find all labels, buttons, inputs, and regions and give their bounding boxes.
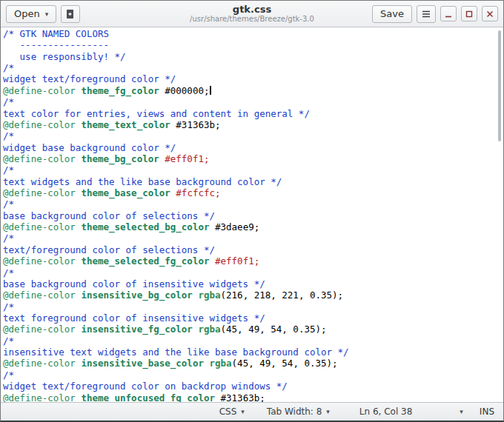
code-token: #fcfcfc; [176,187,220,198]
minimize-button[interactable] [440,6,457,21]
code-token: @define-color [3,85,76,96]
code-line: widget base background color */ [3,142,493,153]
code-token: /* GTK NAMED COLORS [3,28,109,39]
maximize-button[interactable] [461,6,477,21]
code-line: @define-color theme_bg_color #eff0f1; [3,153,493,164]
code-token: /* [3,130,14,141]
headerbar: Open ▾ gtk.css /usr/share/themes/Breeze/… [1,1,503,27]
cursor-position-button[interactable]: Ln 6, Col 38 ▾ [355,405,468,418]
code-token: theme_selected_bg_color [81,221,209,232]
code-line: /* [3,267,493,278]
chevron-down-icon: ▾ [460,408,463,415]
code-token: base background color of selections */ [3,210,215,221]
code-line: use responsibly! */ [3,51,493,62]
minimize-icon [443,9,454,19]
code-line: /* [3,335,493,346]
code-token: base background color of insensitive wid… [3,278,265,289]
code-line: insensitive text widgets and the like ba… [3,346,493,358]
maximize-icon [464,9,474,19]
language-selector[interactable]: CSS ▾ [215,405,249,418]
code-token: @define-color [3,221,76,232]
code-line: text foreground color of insensitive wid… [3,312,493,324]
code-token: text widgets and the like base backgroun… [3,176,282,187]
code-line: @define-color theme_text_color #31363b; [3,119,493,130]
code-line: @define-color theme_selected_bg_color #3… [3,221,493,232]
code-token: /* [3,369,14,381]
cursor-position-label: Ln 6, Col 38 [359,406,413,417]
code-token: theme_selected_fg_color [81,255,209,267]
code-token: text foreground color of insensitive wid… [3,312,265,324]
save-button-label: Save [380,8,404,19]
code-line: @define-color theme_unfocused_fg_color #… [3,392,493,403]
code-line: @define-color theme_base_color #fcfcfc; [3,187,493,198]
code-line: text widgets and the like base backgroun… [3,176,493,187]
code-token: ---------------- [3,39,109,50]
code-line: @define-color theme_fg_color #000000; [3,85,493,96]
code-line: @define-color theme_selected_fg_color #e… [3,255,493,267]
code-line: @define-color insensitive_bg_color rgba(… [3,289,493,301]
new-document-button[interactable] [61,5,80,23]
code-token: rgba [198,289,220,301]
code-token: theme_bg_color [81,153,159,164]
code-line: /* [3,198,493,210]
statusbar: CSS ▾ Tab Width: 8 ▾ Ln 6, Col 38 ▾ INS [1,402,503,421]
code-line: /* [3,301,493,312]
code-token: (216, 218, 221, 0.35); [221,289,344,301]
code-token: rgba [209,358,231,369]
code-token: theme_unfocused_fg_color [81,392,215,403]
code-token: (45, 49, 54, 0.35); [221,324,327,335]
code-token: #eff0f1; [215,255,259,267]
code-token: rgba [198,324,220,335]
menu-button[interactable] [417,5,436,23]
code-token: widget text/foreground color */ [3,73,176,84]
code-token: /* [3,96,14,107]
code-token: @define-color [3,392,76,403]
code-line: /* [3,130,493,141]
code-token: /* [3,267,14,278]
code-line: @define-color insensitive_base_color rgb… [3,358,493,369]
code-token: /* [3,198,14,210]
code-token: #31363b; [176,119,220,130]
code-line: /* [3,62,493,73]
code-line: /* [3,232,493,244]
headerbar-right: Save [372,5,498,23]
code-token: text color for entries, views and conten… [3,108,310,119]
scrollbar-thumb[interactable] [498,30,501,141]
code-line: /* [3,369,493,381]
code-token [215,392,221,403]
code-token: theme_base_color [81,187,170,198]
code-token: /* [3,301,14,312]
code-token: /* [3,232,14,244]
code-line: base background color of insensitive wid… [3,278,493,289]
code-line: base background color of selections */ [3,210,493,221]
close-button[interactable] [482,6,498,21]
code-token: /* [3,164,14,175]
code-token: /* [3,335,14,346]
code-token: insensitive_bg_color [81,289,193,301]
code-token: text/foreground color of selections */ [3,244,215,255]
code-token: @define-color [3,119,76,130]
code-token [209,255,215,267]
code-token: theme_text_color [81,119,170,130]
code-line: /* GTK NAMED COLORS [3,28,493,39]
tab-width-selector[interactable]: Tab Width: 8 ▾ [262,405,334,418]
close-icon [485,9,495,19]
code-token: insensitive text widgets and the like ba… [3,346,349,358]
window-subtitle: /usr/share/themes/Breeze/gtk-3.0 [190,15,314,24]
chevron-down-icon: ▾ [45,10,49,18]
vertical-scrollbar[interactable] [494,27,503,402]
open-button-label: Open [14,8,40,19]
save-button[interactable]: Save [372,5,412,23]
code-token: (45, 49, 54, 0.35); [232,358,338,369]
tab-width-label: Tab Width: 8 [267,406,322,417]
code-line: text/foreground color of selections */ [3,244,493,255]
insert-mode-indicator: INS [480,406,494,417]
code-line: /* [3,96,493,107]
code-line: widget text/foreground color on backdrop… [3,381,493,392]
code-token: @define-color [3,255,76,267]
language-label: CSS [219,406,237,417]
code-area: /* GTK NAMED COLORS ---------------- use… [3,28,493,402]
text-editor[interactable]: /* GTK NAMED COLORS ---------------- use… [1,27,503,402]
code-token: #3daee9; [215,221,259,232]
open-button[interactable]: Open ▾ [6,5,56,23]
